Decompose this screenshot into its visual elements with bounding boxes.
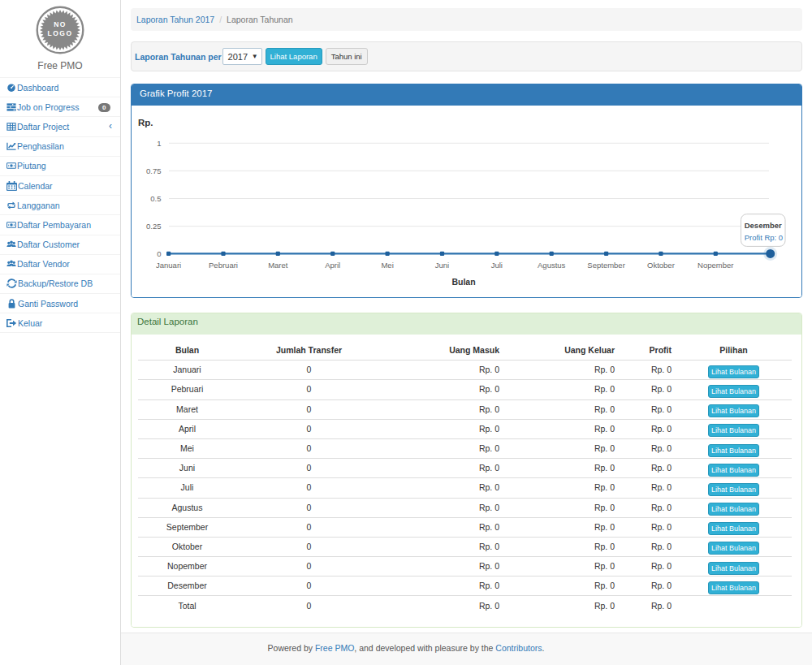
svg-text:Mei: Mei bbox=[381, 261, 393, 270]
svg-text:0.5: 0.5 bbox=[150, 194, 161, 203]
svg-text:Rp.: Rp. bbox=[138, 118, 153, 127]
svg-text:NO: NO bbox=[54, 20, 67, 28]
svg-text:0.25: 0.25 bbox=[146, 222, 162, 231]
svg-text:1: 1 bbox=[157, 139, 161, 148]
svg-text:Bulan: Bulan bbox=[451, 277, 475, 287]
svg-text:Agustus: Agustus bbox=[538, 261, 566, 270]
svg-text:Juni: Juni bbox=[435, 261, 449, 270]
svg-text:0.75: 0.75 bbox=[146, 166, 162, 175]
svg-text:April: April bbox=[325, 261, 340, 270]
svg-text:0: 0 bbox=[157, 249, 161, 258]
svg-text:Maret: Maret bbox=[268, 261, 288, 270]
svg-text:Profit Rp: 0: Profit Rp: 0 bbox=[745, 233, 784, 242]
svg-text:Juli: Juli bbox=[491, 261, 503, 270]
svg-text:Desember: Desember bbox=[745, 221, 782, 230]
svg-text:Pebruari: Pebruari bbox=[209, 261, 238, 270]
svg-text:September: September bbox=[587, 261, 624, 270]
svg-text:Januari: Januari bbox=[156, 261, 181, 270]
svg-text:Oktober: Oktober bbox=[647, 261, 675, 270]
svg-text:LOGO: LOGO bbox=[47, 29, 72, 37]
svg-text:Nopember: Nopember bbox=[698, 261, 733, 270]
